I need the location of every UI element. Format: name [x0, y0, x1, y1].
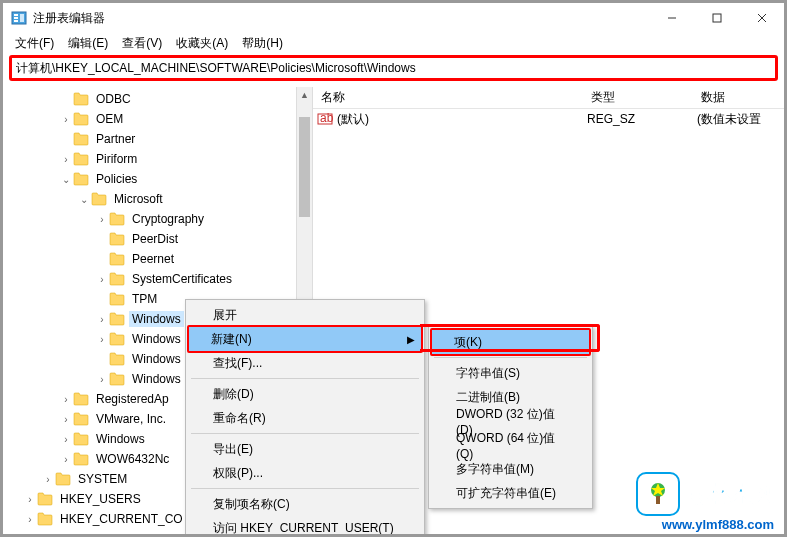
tree-node[interactable]: ODBC [5, 89, 312, 109]
expand-toggle-icon[interactable]: › [41, 474, 55, 485]
expand-toggle-icon[interactable]: › [95, 334, 109, 345]
value-name: (默认) [337, 111, 587, 128]
expand-toggle-icon[interactable]: › [59, 154, 73, 165]
menu-item[interactable]: 新建(N)▶ [187, 325, 423, 353]
menu-item[interactable]: 展开 [189, 303, 421, 327]
tree-node-label: Windows [93, 431, 148, 447]
tree-node[interactable]: Peernet [5, 249, 312, 269]
window-controls [649, 3, 784, 33]
menu-separator [434, 357, 587, 358]
tree-node[interactable]: PeerDist [5, 229, 312, 249]
titlebar: 注册表编辑器 [3, 3, 784, 33]
col-data[interactable]: 数据 [693, 89, 733, 106]
tree-node-label: WOW6432Nc [93, 451, 172, 467]
menu-separator [191, 488, 419, 489]
string-value-icon: ab [317, 111, 333, 127]
scroll-thumb[interactable] [299, 117, 310, 217]
tree-node[interactable]: Partner [5, 129, 312, 149]
expand-toggle-icon[interactable]: ⌄ [59, 174, 73, 185]
menu-item[interactable]: 删除(D) [189, 382, 421, 406]
svg-rect-3 [14, 20, 18, 22]
close-button[interactable] [739, 3, 784, 33]
tree-node[interactable]: ›OEM [5, 109, 312, 129]
tree-node-label: Cryptography [129, 211, 207, 227]
expand-toggle-icon[interactable]: ⌄ [77, 194, 91, 205]
menu-view[interactable]: 查看(V) [116, 34, 168, 53]
expand-toggle-icon[interactable]: › [59, 454, 73, 465]
menu-item[interactable]: 权限(P)... [189, 461, 421, 485]
col-name[interactable]: 名称 [313, 89, 583, 106]
expand-toggle-icon[interactable]: › [23, 494, 37, 505]
svg-rect-6 [713, 14, 721, 22]
menu-item[interactable]: 查找(F)... [189, 351, 421, 375]
tree-node[interactable]: ⌄Microsoft [5, 189, 312, 209]
tree-node-label: RegisteredAp [93, 391, 172, 407]
regedit-icon [11, 10, 27, 26]
svg-rect-2 [14, 17, 18, 19]
svg-rect-4 [20, 14, 24, 22]
window-title: 注册表编辑器 [33, 10, 649, 27]
values-header: 名称 类型 数据 [313, 87, 784, 109]
tree-node-label: SYSTEM [75, 471, 130, 487]
expand-toggle-icon[interactable]: › [59, 394, 73, 405]
tree-node[interactable]: ›Piriform [5, 149, 312, 169]
tree-node-label: HKEY_USERS [57, 491, 144, 507]
tree-node[interactable]: ⌄Policies [5, 169, 312, 189]
svg-rect-12 [656, 496, 660, 504]
tree-node-label: HKEY_CURRENT_CO [57, 511, 186, 526]
watermark-logo [636, 472, 680, 516]
menu-separator [191, 433, 419, 434]
watermark-url: www.ylmf888.com [662, 517, 774, 532]
tree-node-label: Windows [129, 351, 184, 367]
menu-item[interactable]: 可扩充字符串值(E) [432, 481, 589, 505]
value-row[interactable]: ab (默认) REG_SZ (数值未设置 [313, 109, 784, 129]
menu-item[interactable]: 导出(E) [189, 437, 421, 461]
tree-node-label: Windows [129, 371, 184, 387]
value-type: REG_SZ [587, 112, 697, 126]
tree-node-label: Windows [129, 311, 184, 327]
watermark-brand: 雨林木风 [686, 479, 774, 509]
menu-favorites[interactable]: 收藏夹(A) [170, 34, 234, 53]
value-data: (数值未设置 [697, 111, 761, 128]
svg-rect-1 [14, 14, 18, 16]
menu-item[interactable]: 字符串值(S) [432, 361, 589, 385]
tree-node-label: VMware, Inc. [93, 411, 169, 427]
menu-file[interactable]: 文件(F) [9, 34, 60, 53]
minimize-button[interactable] [649, 3, 694, 33]
maximize-button[interactable] [694, 3, 739, 33]
menu-help[interactable]: 帮助(H) [236, 34, 289, 53]
expand-toggle-icon[interactable]: › [95, 374, 109, 385]
expand-toggle-icon[interactable]: › [59, 434, 73, 445]
col-type[interactable]: 类型 [583, 89, 693, 106]
tree-node-label: TPM [129, 291, 160, 307]
scroll-up-icon[interactable]: ▲ [297, 87, 312, 103]
menu-item[interactable]: 项(K) [430, 328, 591, 356]
tree-node-label: Policies [93, 171, 140, 187]
tree-node-label: Piriform [93, 151, 140, 167]
menu-edit[interactable]: 编辑(E) [62, 34, 114, 53]
menubar: 文件(F) 编辑(E) 查看(V) 收藏夹(A) 帮助(H) [3, 33, 784, 53]
context-submenu-new[interactable]: 项(K)字符串值(S)二进制值(B)DWORD (32 位)值(D)QWORD … [428, 326, 593, 509]
menu-separator [191, 378, 419, 379]
tree-node-label: SystemCertificates [129, 271, 235, 287]
address-bar[interactable] [16, 61, 771, 75]
menu-item[interactable]: 复制项名称(C) [189, 492, 421, 516]
expand-toggle-icon[interactable]: › [95, 214, 109, 225]
menu-item[interactable]: 多字符串值(M) [432, 457, 589, 481]
expand-toggle-icon[interactable]: › [95, 314, 109, 325]
tree-node-label: Peernet [129, 251, 177, 267]
tree-node-label: Windows [129, 331, 184, 347]
tree-node[interactable]: ›Cryptography [5, 209, 312, 229]
svg-text:ab: ab [320, 111, 333, 125]
expand-toggle-icon[interactable]: › [23, 514, 37, 525]
menu-item[interactable]: QWORD (64 位)值(Q) [432, 433, 589, 457]
address-bar-annotation [9, 55, 778, 81]
expand-toggle-icon[interactable]: › [95, 274, 109, 285]
expand-toggle-icon[interactable]: › [59, 414, 73, 425]
expand-toggle-icon[interactable]: › [59, 114, 73, 125]
tree-node[interactable]: ›SystemCertificates [5, 269, 312, 289]
menu-item[interactable]: 重命名(R) [189, 406, 421, 430]
tree-node-label: Partner [93, 131, 138, 147]
context-menu[interactable]: 展开新建(N)▶查找(F)...删除(D)重命名(R)导出(E)权限(P)...… [185, 299, 425, 537]
menu-item[interactable]: 访问 HKEY_CURRENT_USER(T) [189, 516, 421, 537]
